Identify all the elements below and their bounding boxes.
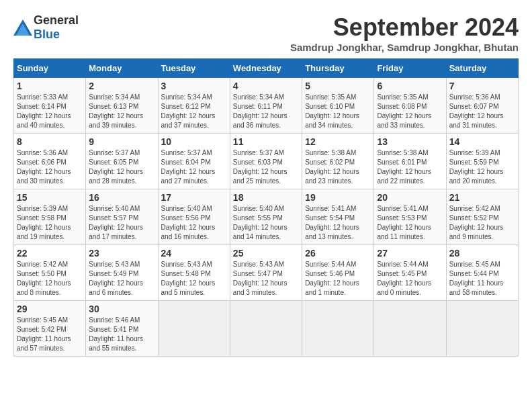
calendar-cell: 27Sunrise: 5:44 AMSunset: 5:45 PMDayligh…: [374, 245, 446, 301]
calendar-cell: 19Sunrise: 5:41 AMSunset: 5:54 PMDayligh…: [302, 189, 374, 245]
day-info: Sunrise: 5:45 AMSunset: 5:44 PMDaylight:…: [449, 260, 515, 298]
calendar-row: 22Sunrise: 5:42 AMSunset: 5:50 PMDayligh…: [14, 245, 519, 301]
calendar-cell: 29Sunrise: 5:45 AMSunset: 5:42 PMDayligh…: [14, 301, 86, 357]
day-info: Sunrise: 5:41 AMSunset: 5:54 PMDaylight:…: [305, 204, 371, 242]
day-number: 20: [377, 192, 443, 203]
day-info: Sunrise: 5:46 AMSunset: 5:41 PMDaylight:…: [89, 316, 154, 353]
page-header: General Blue September 2024 Samdrup Jong…: [13, 13, 519, 53]
calendar-cell: [230, 301, 302, 357]
day-info: Sunrise: 5:45 AMSunset: 5:42 PMDaylight:…: [17, 316, 83, 353]
day-number: 5: [305, 81, 371, 91]
header-wednesday: Wednesday: [230, 59, 302, 78]
calendar-cell: 23Sunrise: 5:43 AMSunset: 5:49 PMDayligh…: [86, 245, 158, 301]
day-info: Sunrise: 5:34 AMSunset: 6:13 PMDaylight:…: [89, 93, 154, 130]
day-info: Sunrise: 5:36 AMSunset: 6:06 PMDaylight:…: [17, 148, 83, 186]
month-title: September 2024: [290, 13, 519, 42]
calendar-cell: 18Sunrise: 5:40 AMSunset: 5:55 PMDayligh…: [230, 189, 302, 245]
day-info: Sunrise: 5:37 AMSunset: 6:05 PMDaylight:…: [89, 148, 154, 186]
day-info: Sunrise: 5:43 AMSunset: 5:48 PMDaylight:…: [161, 260, 227, 298]
day-number: 10: [161, 136, 227, 147]
day-number: 4: [233, 81, 299, 91]
day-info: Sunrise: 5:38 AMSunset: 6:02 PMDaylight:…: [305, 148, 371, 186]
day-info: Sunrise: 5:36 AMSunset: 6:07 PMDaylight:…: [449, 93, 515, 130]
day-info: Sunrise: 5:40 AMSunset: 5:55 PMDaylight:…: [233, 204, 299, 242]
day-number: 30: [89, 304, 154, 314]
header-friday: Friday: [374, 59, 446, 78]
day-number: 9: [89, 136, 154, 147]
day-info: Sunrise: 5:37 AMSunset: 6:04 PMDaylight:…: [161, 148, 227, 186]
day-number: 8: [17, 136, 83, 147]
day-number: 21: [449, 192, 515, 203]
day-info: Sunrise: 5:42 AMSunset: 5:50 PMDaylight:…: [17, 260, 83, 298]
day-number: 17: [161, 192, 227, 203]
logo-text-general: General: [34, 13, 79, 27]
day-info: Sunrise: 5:35 AMSunset: 6:08 PMDaylight:…: [377, 93, 443, 130]
day-info: Sunrise: 5:43 AMSunset: 5:47 PMDaylight:…: [233, 260, 299, 298]
day-number: 13: [377, 136, 443, 147]
calendar-cell: 30Sunrise: 5:46 AMSunset: 5:41 PMDayligh…: [86, 301, 158, 357]
day-info: Sunrise: 5:39 AMSunset: 5:59 PMDaylight:…: [449, 148, 515, 186]
calendar-cell: 9Sunrise: 5:37 AMSunset: 6:05 PMDaylight…: [86, 134, 158, 189]
day-info: Sunrise: 5:37 AMSunset: 6:03 PMDaylight:…: [233, 148, 299, 186]
day-info: Sunrise: 5:44 AMSunset: 5:46 PMDaylight:…: [305, 260, 371, 298]
calendar-row: 1Sunrise: 5:33 AMSunset: 6:14 PMDaylight…: [14, 78, 519, 134]
calendar-cell: 11Sunrise: 5:37 AMSunset: 6:03 PMDayligh…: [230, 134, 302, 189]
calendar-cell: 13Sunrise: 5:38 AMSunset: 6:01 PMDayligh…: [374, 134, 446, 189]
day-number: 1: [17, 81, 83, 91]
day-info: Sunrise: 5:40 AMSunset: 5:57 PMDaylight:…: [89, 204, 154, 242]
calendar-cell: 14Sunrise: 5:39 AMSunset: 5:59 PMDayligh…: [446, 134, 518, 189]
calendar-cell: 7Sunrise: 5:36 AMSunset: 6:07 PMDaylight…: [446, 78, 518, 134]
day-info: Sunrise: 5:33 AMSunset: 6:14 PMDaylight:…: [17, 93, 83, 130]
day-info: Sunrise: 5:42 AMSunset: 5:52 PMDaylight:…: [449, 204, 515, 242]
header-thursday: Thursday: [302, 59, 374, 78]
day-info: Sunrise: 5:40 AMSunset: 5:56 PMDaylight:…: [161, 204, 227, 242]
day-number: 28: [449, 248, 515, 259]
day-number: 22: [17, 248, 83, 259]
header-saturday: Saturday: [446, 59, 518, 78]
calendar-cell: 17Sunrise: 5:40 AMSunset: 5:56 PMDayligh…: [158, 189, 230, 245]
day-number: 14: [449, 136, 515, 147]
calendar-cell: 1Sunrise: 5:33 AMSunset: 6:14 PMDaylight…: [14, 78, 86, 134]
title-area: September 2024 Samdrup Jongkhar, Samdrup…: [290, 13, 519, 53]
day-number: 3: [161, 81, 227, 91]
calendar-row: 29Sunrise: 5:45 AMSunset: 5:42 PMDayligh…: [14, 301, 519, 357]
day-number: 27: [377, 248, 443, 259]
day-number: 16: [89, 192, 154, 203]
calendar-cell: 20Sunrise: 5:41 AMSunset: 5:53 PMDayligh…: [374, 189, 446, 245]
calendar-row: 8Sunrise: 5:36 AMSunset: 6:06 PMDaylight…: [14, 134, 519, 189]
calendar-cell: 5Sunrise: 5:35 AMSunset: 6:10 PMDaylight…: [302, 78, 374, 134]
day-number: 25: [233, 248, 299, 259]
calendar-cell: 28Sunrise: 5:45 AMSunset: 5:44 PMDayligh…: [446, 245, 518, 301]
calendar-cell: 25Sunrise: 5:43 AMSunset: 5:47 PMDayligh…: [230, 245, 302, 301]
calendar-cell: [374, 301, 446, 357]
day-info: Sunrise: 5:34 AMSunset: 6:11 PMDaylight:…: [233, 93, 299, 130]
logo-icon: [13, 19, 32, 36]
calendar-cell: 8Sunrise: 5:36 AMSunset: 6:06 PMDaylight…: [14, 134, 86, 189]
day-number: 11: [233, 136, 299, 147]
calendar-cell: 22Sunrise: 5:42 AMSunset: 5:50 PMDayligh…: [14, 245, 86, 301]
calendar-cell: 4Sunrise: 5:34 AMSunset: 6:11 PMDaylight…: [230, 78, 302, 134]
calendar-cell: 2Sunrise: 5:34 AMSunset: 6:13 PMDaylight…: [86, 78, 158, 134]
calendar-cell: 21Sunrise: 5:42 AMSunset: 5:52 PMDayligh…: [446, 189, 518, 245]
calendar-cell: 12Sunrise: 5:38 AMSunset: 6:02 PMDayligh…: [302, 134, 374, 189]
day-info: Sunrise: 5:38 AMSunset: 6:01 PMDaylight:…: [377, 148, 443, 186]
day-info: Sunrise: 5:34 AMSunset: 6:12 PMDaylight:…: [161, 93, 227, 130]
day-number: 7: [449, 81, 515, 91]
calendar-cell: 24Sunrise: 5:43 AMSunset: 5:48 PMDayligh…: [158, 245, 230, 301]
calendar-cell: [158, 301, 230, 357]
day-number: 29: [17, 304, 83, 314]
header-tuesday: Tuesday: [158, 59, 230, 78]
logo: General Blue: [13, 13, 79, 42]
day-number: 26: [305, 248, 371, 259]
day-info: Sunrise: 5:43 AMSunset: 5:49 PMDaylight:…: [89, 260, 154, 298]
day-number: 15: [17, 192, 83, 203]
header-row: Sunday Monday Tuesday Wednesday Thursday…: [14, 59, 519, 78]
calendar-cell: 15Sunrise: 5:39 AMSunset: 5:58 PMDayligh…: [14, 189, 86, 245]
calendar-table: Sunday Monday Tuesday Wednesday Thursday…: [13, 58, 519, 357]
header-monday: Monday: [86, 59, 158, 78]
day-info: Sunrise: 5:44 AMSunset: 5:45 PMDaylight:…: [377, 260, 443, 298]
calendar-cell: [302, 301, 374, 357]
day-number: 24: [161, 248, 227, 259]
calendar-cell: 16Sunrise: 5:40 AMSunset: 5:57 PMDayligh…: [86, 189, 158, 245]
calendar-cell: 6Sunrise: 5:35 AMSunset: 6:08 PMDaylight…: [374, 78, 446, 134]
